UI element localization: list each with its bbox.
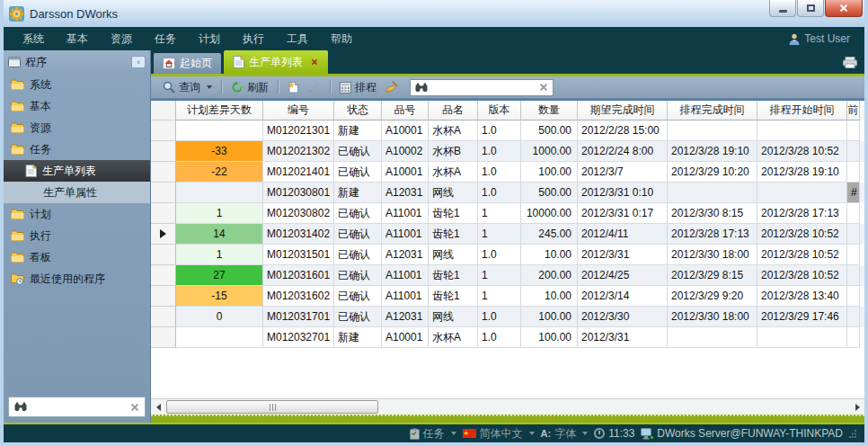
cell-version[interactable]: 1 — [478, 286, 521, 307]
cell-item-name[interactable]: 齿轮1 — [429, 203, 478, 224]
cell-sched-start[interactable]: 2012/3/28 17:13 — [757, 203, 847, 224]
cell-version[interactable]: 1.0 — [478, 327, 521, 348]
cell-overflow[interactable] — [847, 245, 860, 265]
cell-item-name[interactable]: 齿轮1 — [429, 224, 478, 245]
table-row[interactable]: -22M012021401已确认A10001水杯A1.0100.002012/3… — [151, 162, 864, 183]
cell-overflow[interactable] — [847, 265, 860, 286]
cell-status[interactable]: 已确认 — [334, 203, 382, 224]
status-task-menu[interactable]: 任务 — [410, 426, 456, 442]
cell-status[interactable]: 已确认 — [334, 162, 382, 183]
row-selector[interactable] — [151, 265, 176, 286]
table-row[interactable]: 27M012031601已确认A11001齿轮11200.002012/4/25… — [151, 265, 864, 286]
cell-qty[interactable]: 100.00 — [521, 307, 578, 327]
column-header[interactable]: 状态 — [334, 101, 382, 120]
cell-sched-start[interactable] — [757, 327, 847, 348]
sidebar-item[interactable]: 生产单属性 — [4, 182, 150, 203]
cell-qty[interactable]: 200.00 — [521, 265, 578, 286]
cell-item-name[interactable]: 水杯A — [429, 120, 478, 141]
cell-sched-start[interactable]: 2012/3/29 17:46 — [757, 307, 847, 327]
cell-item-name[interactable]: 网线 — [429, 183, 478, 203]
cell-status[interactable]: 新建 — [334, 327, 382, 348]
row-selector[interactable] — [151, 141, 176, 162]
cell-sched-start[interactable] — [757, 183, 847, 203]
column-header[interactable]: 品名 — [429, 101, 478, 120]
sidebar-item[interactable]: 生产单列表 — [4, 160, 150, 182]
cell-code[interactable]: M012032701 — [263, 327, 334, 348]
cell-sched-end[interactable]: 2012/3/28 17:13 — [668, 224, 757, 245]
cell-version[interactable]: 1 — [478, 224, 521, 245]
sidebar-item[interactable]: 系统 — [4, 74, 150, 95]
cell-expect-time[interactable]: 2012/2/28 15:00 — [578, 120, 668, 141]
sidebar-item[interactable]: 执行 — [4, 225, 150, 246]
cell-code[interactable]: M012021301 — [263, 120, 334, 141]
cell-version[interactable]: 1.0 — [478, 141, 521, 162]
cell-item-no[interactable]: A10001 — [382, 162, 429, 183]
horizontal-scrollbar[interactable] — [151, 398, 864, 415]
cell-diff-days[interactable]: 14 — [176, 224, 263, 245]
row-selector[interactable] — [151, 327, 176, 348]
cell-sched-start[interactable]: 2012/3/28 10:52 — [757, 224, 847, 245]
cell-item-no[interactable]: A12031 — [382, 307, 429, 327]
cell-code[interactable]: M012031402 — [263, 224, 334, 245]
sidebar-item[interactable]: 资源 — [4, 117, 150, 138]
cell-expect-time[interactable]: 2012/3/31 0:17 — [578, 203, 668, 224]
tab-home[interactable]: 起始页 — [154, 53, 221, 74]
cell-status[interactable]: 已确认 — [334, 224, 382, 245]
cell-expect-time[interactable]: 2012/3/30 — [578, 307, 668, 327]
close-button[interactable] — [825, 0, 863, 17]
cell-code[interactable]: M012021401 — [263, 162, 334, 183]
clear-search-icon[interactable] — [130, 403, 139, 412]
table-row[interactable]: 1M012031501已确认A12031网线1.010.002012/3/312… — [151, 245, 864, 265]
cell-diff-days[interactable]: 1 — [176, 203, 263, 224]
collapse-sidebar-button[interactable]: ‹ — [131, 56, 146, 68]
table-row[interactable]: -15M012031602已确认A11001齿轮1110.002012/3/14… — [151, 286, 864, 307]
cell-diff-days[interactable]: 0 — [176, 307, 263, 327]
row-selector[interactable] — [151, 203, 176, 224]
cell-sched-end[interactable] — [668, 120, 757, 141]
cell-sched-end[interactable]: 2012/3/30 8:15 — [668, 203, 757, 224]
sidebar-item[interactable]: 计划 — [4, 203, 150, 225]
cell-item-no[interactable]: A10001 — [382, 327, 429, 348]
sidebar-item[interactable]: 基本 — [4, 95, 150, 117]
table-row[interactable]: 0M012031701已确认A12031网线1.0100.002012/3/30… — [151, 307, 864, 327]
cell-qty[interactable]: 10000.00 — [521, 203, 578, 224]
cell-sched-start[interactable]: 2012/3/28 10:52 — [757, 245, 847, 265]
cell-sched-end[interactable]: 2012/3/29 9:20 — [668, 286, 757, 307]
cell-sched-start[interactable]: 2012/3/28 13:40 — [757, 286, 847, 307]
cell-item-no[interactable]: A11001 — [382, 203, 429, 224]
toolbar-button[interactable] — [283, 79, 304, 95]
cell-status[interactable]: 已确认 — [334, 265, 382, 286]
table-row[interactable]: M012030801新建A12031网线1.0500.002012/3/31 0… — [151, 183, 864, 203]
cell-status[interactable]: 新建 — [334, 183, 382, 203]
column-header[interactable]: 品号 — [382, 101, 429, 120]
minimize-button[interactable] — [769, 0, 796, 17]
column-header[interactable]: 计划差异天数 — [176, 101, 263, 120]
toolbar-button-refresh[interactable]: 刷新 — [226, 78, 273, 97]
toolbar-button[interactable] — [304, 79, 325, 95]
cell-code[interactable]: M012031501 — [263, 245, 334, 265]
cell-qty[interactable]: 500.00 — [521, 120, 578, 141]
menu-item[interactable]: 系统 — [14, 28, 52, 50]
cell-overflow[interactable] — [847, 327, 860, 348]
cell-status[interactable]: 新建 — [334, 120, 382, 141]
cell-diff-days[interactable]: -33 — [176, 141, 263, 162]
cell-expect-time[interactable]: 2012/2/24 8:00 — [578, 141, 668, 162]
status-language-menu[interactable]: ★ 简体中文 — [463, 426, 535, 442]
menu-item[interactable]: 资源 — [102, 28, 140, 50]
cell-qty[interactable]: 10.00 — [521, 286, 578, 307]
cell-code[interactable]: M012030802 — [263, 203, 334, 224]
scroll-left-arrow[interactable] — [151, 399, 165, 415]
row-selector[interactable] — [151, 245, 176, 265]
menu-item[interactable]: 执行 — [235, 28, 272, 50]
sidebar-search-input[interactable] — [31, 401, 126, 414]
status-font-menu[interactable]: A: 字体 — [541, 426, 589, 442]
column-header[interactable]: 数量 — [521, 101, 578, 120]
cell-overflow[interactable] — [847, 286, 860, 307]
cell-version[interactable]: 1 — [478, 265, 521, 286]
cell-overflow[interactable] — [847, 307, 860, 327]
cell-sched-end[interactable]: 2012/3/29 8:15 — [668, 265, 757, 286]
cell-item-no[interactable]: A11001 — [382, 224, 429, 245]
toolbar-search-input[interactable] — [432, 81, 535, 94]
cell-diff-days[interactable]: 1 — [176, 245, 263, 265]
cell-overflow[interactable] — [847, 141, 860, 162]
